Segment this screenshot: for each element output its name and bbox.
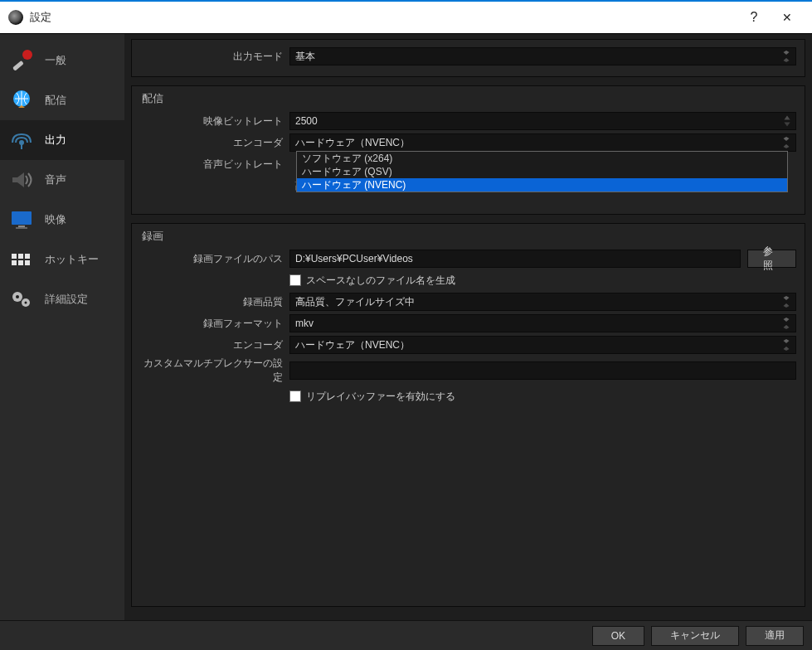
broadcast-icon <box>7 125 36 155</box>
settings-body: 一般 配信 出力 音声 <box>0 33 812 620</box>
browse-button[interactable]: 参照 <box>747 250 796 268</box>
sidebar-item-stream[interactable]: 配信 <box>0 80 124 120</box>
svg-rect-13 <box>25 260 30 265</box>
footer: OK キャンセル 適用 <box>0 620 812 650</box>
help-button[interactable]: ? <box>737 5 771 30</box>
recording-section-title: 録画 <box>140 229 796 244</box>
sidebar-item-general[interactable]: 一般 <box>0 41 124 80</box>
encoder-option-nvenc[interactable]: ハードウェア (NVENC) <box>297 178 787 192</box>
encoder-option-x264[interactable]: ソフトウェア (x264) <box>297 152 787 165</box>
sidebar-item-label: 映像 <box>45 212 66 227</box>
svg-point-17 <box>25 302 27 304</box>
replay-buffer-label: リプレイバッファーを有効にする <box>306 390 455 404</box>
keyboard-icon <box>7 245 36 274</box>
svg-rect-9 <box>18 254 23 259</box>
svg-rect-1 <box>12 61 24 71</box>
output-mode-panel: 出力モード 基本 <box>131 39 805 77</box>
sidebar-item-label: 配信 <box>45 93 66 108</box>
monitor-icon <box>7 205 36 235</box>
ok-button[interactable]: OK <box>592 626 644 646</box>
recording-panel: 録画 録画ファイルのパス D:¥Users¥PCUser¥Videos 参照 ス… <box>131 223 805 607</box>
muxer-settings-label: カスタムマルチプレクサーの設定 <box>140 357 289 385</box>
sidebar-item-label: 詳細設定 <box>45 292 88 307</box>
no-spaces-label: スペースなしのファイル名を生成 <box>306 274 455 288</box>
gears-icon <box>7 284 36 314</box>
svg-rect-8 <box>12 254 17 259</box>
stream-encoder-dropdown: ソフトウェア (x264) ハードウェア (QSV) ハードウェア (NVENC… <box>296 151 788 192</box>
sidebar-item-hotkeys[interactable]: ホットキー <box>0 240 124 279</box>
stream-encoder-label: エンコーダ <box>140 136 289 150</box>
svg-point-0 <box>22 50 32 60</box>
sidebar-item-label: 一般 <box>45 53 66 68</box>
app-logo-icon <box>8 10 23 25</box>
video-bitrate-label: 映像ビットレート <box>140 114 289 129</box>
sidebar-item-advanced[interactable]: 詳細設定 <box>0 279 124 319</box>
sidebar-item-video[interactable]: 映像 <box>0 200 124 240</box>
recording-format-select[interactable]: mkv <box>289 314 796 332</box>
close-button[interactable]: ✕ <box>771 5 804 30</box>
replay-buffer-checkbox[interactable] <box>289 390 301 402</box>
no-spaces-checkbox[interactable] <box>289 274 301 286</box>
svg-rect-7 <box>16 227 27 229</box>
settings-window: 設定 ? ✕ 一般 配信 出力 <box>0 0 812 650</box>
recording-path-label: 録画ファイルのパス <box>140 252 289 266</box>
cancel-button[interactable]: キャンセル <box>651 626 739 646</box>
speaker-icon <box>7 165 36 195</box>
sidebar-item-label: 音声 <box>45 172 66 187</box>
video-bitrate-input[interactable]: 2500 <box>289 112 796 130</box>
svg-rect-6 <box>18 226 25 227</box>
sidebar-item-output[interactable]: 出力 <box>0 120 124 160</box>
apply-button[interactable]: 適用 <box>746 626 804 646</box>
recording-quality-label: 録画品質 <box>140 295 289 309</box>
sidebar: 一般 配信 出力 音声 <box>0 34 124 620</box>
svg-rect-10 <box>25 254 30 259</box>
recording-format-label: 録画フォーマット <box>140 317 289 331</box>
svg-rect-5 <box>12 211 32 225</box>
audio-bitrate-label: 音声ビットレート <box>140 158 289 172</box>
settings-content: 出力モード 基本 配信 映像ビットレート 2500 エンコーダ <box>124 34 812 620</box>
streaming-section-title: 配信 <box>140 91 796 106</box>
svg-point-16 <box>16 295 19 298</box>
window-title: 設定 <box>30 10 51 25</box>
svg-rect-11 <box>12 260 17 265</box>
svg-rect-12 <box>18 260 23 265</box>
recording-quality-select[interactable]: 高品質、ファイルサイズ中 <box>289 293 796 311</box>
muxer-settings-input[interactable] <box>289 361 796 380</box>
globe-icon <box>7 85 36 115</box>
wrench-icon <box>7 46 36 75</box>
recording-encoder-select[interactable]: ハードウェア（NVENC） <box>289 336 796 354</box>
output-mode-select[interactable]: 基本 <box>289 47 796 65</box>
streaming-panel: 配信 映像ビットレート 2500 エンコーダ ハードウェア（NVENC） ソフト… <box>131 85 805 215</box>
recording-encoder-label: エンコーダ <box>140 338 289 352</box>
stream-encoder-select[interactable]: ハードウェア（NVENC） <box>289 133 796 152</box>
sidebar-item-audio[interactable]: 音声 <box>0 160 124 200</box>
encoder-option-qsv[interactable]: ハードウェア (QSV) <box>297 165 787 178</box>
recording-path-input[interactable]: D:¥Users¥PCUser¥Videos <box>289 250 741 268</box>
svg-rect-4 <box>21 144 22 149</box>
titlebar: 設定 ? ✕ <box>0 2 812 33</box>
sidebar-item-label: ホットキー <box>45 252 99 267</box>
sidebar-item-label: 出力 <box>45 133 66 148</box>
output-mode-label: 出力モード <box>140 50 289 64</box>
